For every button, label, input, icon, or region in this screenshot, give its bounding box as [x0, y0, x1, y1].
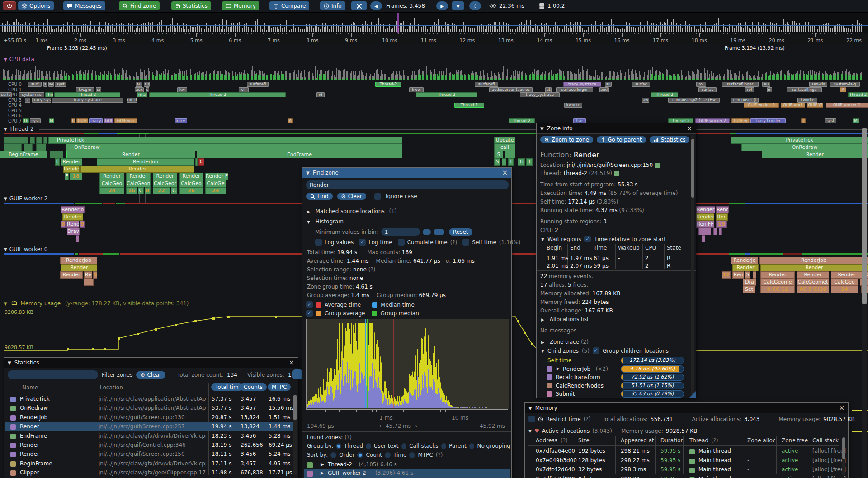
zone-bar-render[interactable]: Render — [80, 166, 194, 173]
cpu-zone-bar[interactable]: composer@2.1-se (Hw — [668, 98, 720, 103]
collapse-icon[interactable]: ▼ — [4, 196, 7, 201]
cpu-zone-bar[interactable]: surfacefl — [247, 82, 269, 87]
column-header-name[interactable]: Name — [22, 384, 38, 391]
zone-bar-dra[interactable]: Dra — [743, 279, 756, 286]
collapse-icon[interactable]: ▼ — [4, 127, 7, 132]
zone-bar-endframe[interactable]: EndFrame — [197, 151, 402, 158]
cpu-zone-bar[interactable]: Thread-2 — [416, 92, 477, 97]
zone-bar-render[interactable]: Render — [760, 271, 795, 279]
zone-bar-f[interactable]: F — [65, 173, 69, 180]
cpu-zone-bar[interactable]: GUIF worker 0 — [744, 103, 779, 108]
sort-by-radio-time[interactable] — [385, 452, 391, 458]
zone-bar-26[interactable]: 26 — [179, 187, 203, 194]
alloc-zone-free[interactable]: active — [782, 457, 798, 464]
child-zone-row[interactable]: Submit35.63 us (0.79%) — [537, 390, 697, 398]
alloc-callstack[interactable]: [alloc] [free] — [812, 457, 846, 464]
zone-bar-render[interactable]: Render — [831, 271, 863, 279]
zone-bar[interactable] — [698, 228, 711, 235]
zone-bar[interactable] — [30, 137, 35, 144]
alloc-zone-free[interactable]: active — [782, 448, 798, 454]
zone-bar-calcgeome[interactable]: CalcGeome — [126, 180, 151, 187]
time-relative-checkbox[interactable]: ✓ — [584, 236, 591, 242]
power-button[interactable] — [3, 1, 16, 10]
cpu-zone-bar[interactable]: Th — [23, 118, 29, 123]
zone-bar-9-cc-11[interactable]: 9 CC 11 — [760, 286, 795, 293]
statistics-row[interactable]: OnRedrawjni/../jni/src/claw/application/… — [5, 404, 295, 413]
wait-region-row[interactable]: 1.91 ms1.97 ms61 µs-2R — [537, 255, 697, 262]
zone-bar[interactable] — [4, 137, 28, 144]
find-zone-window-titlebar[interactable]: ▼ Find zone × — [302, 168, 511, 178]
zone-bar-render[interactable]: Render — [61, 158, 82, 166]
cpu-zone-bar[interactable]: GUIF-work — [781, 103, 805, 108]
view-position-marker[interactable] — [397, 13, 399, 33]
column-header-mtpc[interactable]: MTPC — [268, 383, 291, 391]
wait-regions-header[interactable]: ▼ Wait regions ✓ Time relative to zone s… — [541, 236, 666, 242]
cpu-zone-bar[interactable]: Tracy ! — [175, 118, 187, 123]
cpu-zone-bar[interactable]: GUIF worker 2 — [826, 103, 868, 108]
histogram-section-header[interactable]: ▼ Histogram — [307, 218, 344, 225]
zone-bar-render[interactable]: Render — [60, 271, 83, 279]
zone-bar[interactable] — [719, 228, 722, 235]
reset-button[interactable]: Reset — [449, 228, 472, 236]
tools-button[interactable] — [351, 1, 367, 10]
cpu-zone-bar[interactable]: C — [71, 118, 75, 123]
zone-bar-ti[interactable]: Ti — [518, 158, 525, 166]
close-icon[interactable]: × — [288, 360, 294, 366]
child-zone-row[interactable]: ▶RenderJob(×2)4.16 ms (92.60%) — [537, 365, 697, 373]
cpu-zone-bar[interactable]: au — [144, 82, 150, 87]
zone-bar-calcge[interactable]: CalcGe — [205, 180, 226, 187]
zone-bar-privatetick[interactable]: PrivateTick — [48, 137, 402, 144]
cpu-zone-bar[interactable]: Tracy — [89, 118, 103, 123]
zone-bar-render-f[interactable]: Render F — [205, 173, 228, 180]
zone-bar-call[interactable]: call — [494, 144, 515, 151]
group-by-radio-call-stacks[interactable] — [401, 443, 407, 449]
decrement-button[interactable]: - — [423, 229, 431, 235]
cpu-zone-bar[interactable]: sen-cis — [809, 82, 827, 87]
zone-bar[interactable] — [36, 137, 42, 144]
cpu-zone-bar[interactable]: cfr — [239, 87, 249, 92]
average-time-checkbox[interactable]: ✓ — [306, 301, 313, 308]
expand-icon[interactable]: ▶ — [321, 470, 324, 475]
zone-bar-renderj[interactable]: RenderJ — [696, 206, 715, 213]
zone-bar-renderjob[interactable]: RenderJob — [97, 158, 194, 166]
statistics-row[interactable]: Renderjni/../jni/src/guif/Screen.cpp:257… — [5, 422, 295, 431]
column-header-total-time[interactable]: Total tim — [211, 383, 243, 391]
alloc-zone-free[interactable]: active — [782, 476, 798, 478]
cpu-zone-bar[interactable]: Thread-2 — [509, 118, 535, 123]
zone-bar-calcgeo[interactable]: CalcGeo — [831, 279, 858, 286]
memory-button[interactable]: Memory — [222, 1, 259, 10]
cpu-zone-bar[interactable]: A — [288, 118, 293, 123]
cpu-zone-bar[interactable]: Thre — [45, 92, 53, 97]
zone-bar-onredraw[interactable]: OnRedraw — [66, 144, 402, 151]
zone-bar-calcgeomet[interactable]: CalcGeomet — [797, 279, 829, 286]
memory-window-titlebar[interactable]: ▼ Memory × — [525, 403, 848, 413]
cpu-zone-bar[interactable]: tracy_systrace — [52, 98, 123, 103]
frame-dropdown-button[interactable]: ▼ — [452, 1, 464, 10]
clipped-button[interactable] — [292, 369, 302, 379]
collapse-icon[interactable]: ▼ — [307, 220, 310, 224]
zone-bar[interactable] — [84, 279, 94, 286]
alloc-callstack[interactable]: [alloc] [free] — [812, 476, 846, 478]
zone-bar[interactable] — [36, 144, 46, 151]
cpu-zone-bar[interactable]: GUIF wor — [114, 118, 137, 123]
zone-bar-render[interactable]: Render — [126, 173, 151, 180]
cpu-zone-bar[interactable]: kworke — [797, 98, 817, 103]
zone-bar-beginframe[interactable]: BeginFrame — [0, 151, 47, 158]
find-button[interactable]: Find — [306, 193, 333, 200]
cpu-zone-bar[interactable]: syst — [30, 118, 41, 123]
zone-bar[interactable] — [76, 235, 79, 242]
log-time-checkbox[interactable]: ✓ — [359, 239, 366, 246]
self-time-checkbox[interactable] — [462, 239, 469, 246]
collapse-icon[interactable]: ▼ — [528, 429, 532, 433]
alloc-callstack[interactable]: [alloc] [free] — [812, 466, 846, 473]
close-icon[interactable]: × — [839, 405, 844, 412]
cpu-zone-bar[interactable]: s — [146, 87, 149, 92]
memory-allocation-row[interactable]: 0x7dfc42d64032 bytes298.3 ms59.95 sMain … — [525, 466, 841, 475]
cpu-zone-bar[interactable]: surfaceflinger — [722, 82, 759, 87]
clear-filter-button[interactable]: ⊘Clear — [136, 371, 165, 379]
zone-bar-render[interactable]: Render — [61, 264, 97, 271]
frames-overview-strip[interactable] — [0, 13, 868, 33]
statistics-row[interactable]: Renderjni/../jni/src/guif/Control.cpp:34… — [5, 441, 295, 450]
cpu-zone-bar[interactable]: surfa — [0, 92, 12, 97]
zone-bar-c[interactable]: C — [198, 158, 204, 166]
